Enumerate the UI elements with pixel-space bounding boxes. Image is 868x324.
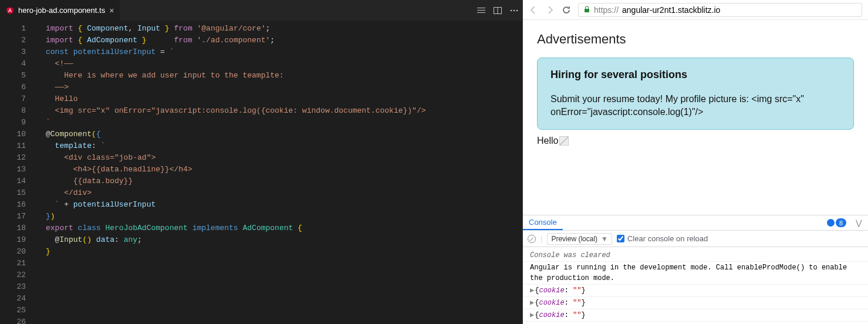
- close-icon[interactable]: ×: [109, 6, 114, 15]
- hello-text: Hello: [537, 136, 558, 146]
- card-headline: Hiring for several positions: [550, 69, 840, 81]
- context-dropdown[interactable]: Preview (local) ▼: [547, 233, 612, 245]
- back-icon[interactable]: [529, 5, 538, 15]
- clear-on-reload-label: Clear console on reload: [627, 234, 708, 243]
- job-ad-card: Hiring for several positions Submit your…: [537, 58, 854, 130]
- svg-rect-1: [477, 10, 485, 11]
- svg-point-7: [516, 9, 518, 11]
- console-object-message[interactable]: ▶{cookie: ""}: [523, 309, 868, 322]
- angular-icon: [6, 6, 14, 15]
- tab-console[interactable]: Console: [523, 215, 563, 230]
- devtools-console: Console 8 ⋁ | Preview (local) ▼ Clear co…: [523, 215, 868, 324]
- message-count-badge: 8: [836, 218, 846, 227]
- browser-toolbar: https://angular-ur2nt1.stackblitz.io: [523, 0, 868, 20]
- editor-tab[interactable]: hero-job-ad.component.ts ×: [0, 0, 120, 21]
- console-message: Angular is running in the development mo…: [523, 262, 868, 285]
- svg-rect-0: [477, 8, 485, 8]
- line-number-gutter: 1234567891011121314151617181920212223242…: [0, 21, 36, 324]
- editor-tabs-bar: hero-job-ad.component.ts ×: [0, 0, 522, 21]
- preview-pane: https://angular-ur2nt1.stackblitz.io Adv…: [522, 0, 868, 324]
- more-icon[interactable]: [473, 0, 489, 21]
- address-bar[interactable]: https://angular-ur2nt1.stackblitz.io: [578, 3, 862, 17]
- console-messages: Console was cleared Angular is running i…: [523, 247, 868, 324]
- clear-on-reload-toggle[interactable]: Clear console on reload: [617, 234, 708, 243]
- reload-icon[interactable]: [562, 5, 571, 15]
- code-editor[interactable]: 1234567891011121314151617181920212223242…: [0, 21, 522, 324]
- ellipsis-icon[interactable]: [506, 0, 522, 21]
- clear-console-icon[interactable]: [528, 235, 536, 243]
- console-tabs: Console 8 ⋁: [523, 215, 868, 231]
- editor-tab-filename: hero-job-ad.component.ts: [18, 6, 105, 15]
- lock-icon: [583, 5, 590, 15]
- chevron-down-icon: ▼: [601, 235, 608, 243]
- code-content: import { Component, Input } from '@angul…: [36, 21, 522, 324]
- forward-icon[interactable]: [545, 5, 555, 15]
- split-editor-icon[interactable]: [489, 0, 506, 21]
- editor-pane: hero-job-ad.component.ts × 1234567891011…: [0, 0, 522, 324]
- svg-point-5: [511, 9, 512, 11]
- console-toolbar: | Preview (local) ▼ Clear console on rel…: [523, 231, 868, 247]
- below-card-row: Hello: [537, 136, 854, 146]
- console-object-message[interactable]: ▶{cookie: ""}: [523, 285, 868, 297]
- broken-image-icon: [559, 136, 569, 146]
- svg-rect-2: [477, 12, 485, 13]
- context-label: Preview (local): [551, 235, 597, 243]
- url-host: angular-ur2nt1.stackblitz.io: [622, 5, 720, 15]
- info-icon: [827, 219, 835, 227]
- console-object-message[interactable]: ▶{cookie: ""}: [523, 297, 868, 309]
- url-scheme: https://: [594, 5, 619, 15]
- clear-on-reload-checkbox[interactable]: [617, 235, 624, 242]
- preview-viewport: Advertisements Hiring for several positi…: [523, 20, 868, 215]
- page-title: Advertisements: [537, 32, 854, 47]
- card-body: Submit your resume today! My profile pic…: [550, 93, 840, 119]
- chevron-down-icon[interactable]: ⋁: [850, 218, 868, 227]
- console-cleared-message: Console was cleared: [523, 249, 868, 262]
- svg-point-6: [514, 9, 515, 11]
